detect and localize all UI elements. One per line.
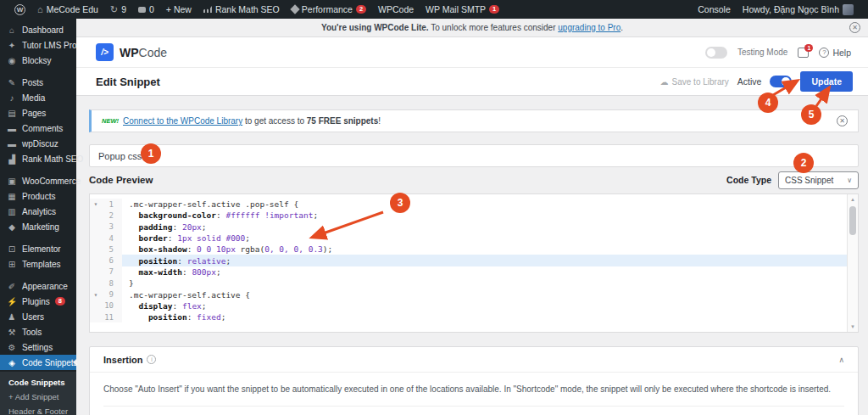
sidebar-item-label: Media bbox=[22, 93, 45, 103]
sidebar-item-marketing[interactable]: ◆Marketing bbox=[0, 219, 76, 234]
code-type-select[interactable]: CSS Snippet ∨ bbox=[778, 171, 859, 189]
update-button[interactable]: Update bbox=[800, 71, 853, 92]
sidebar-item-elementor[interactable]: ⊡Elementor bbox=[0, 241, 76, 256]
comments-indicator[interactable]: 0 bbox=[132, 0, 160, 19]
code-text: display: flex; bbox=[122, 300, 847, 311]
wordpress-menu[interactable]: W bbox=[8, 0, 31, 19]
sidebar-item-rank-math-seo[interactable]: ▟Rank Math SEO bbox=[0, 151, 76, 166]
code-line[interactable]: ▾1.mc-wrapper-self.active .pop-self { bbox=[90, 199, 847, 210]
code-line[interactable]: ▾9.mc-wrapper-self.active { bbox=[90, 289, 847, 300]
site-name-label: MeCode Edu bbox=[47, 4, 98, 14]
insertion-panel: Insertion i ∧ Choose "Auto Insert" if yo… bbox=[89, 346, 859, 415]
code-editor[interactable]: ▾1.mc-wrapper-self.active .pop-self {2 b… bbox=[89, 193, 859, 333]
code-text: .mc-wrapper-self.active { bbox=[122, 289, 847, 300]
sidebar-item-analytics[interactable]: ▥Analytics bbox=[0, 204, 76, 219]
sidebar-item-label: Blocksy bbox=[22, 56, 51, 65]
new-content-menu[interactable]: + New bbox=[160, 0, 198, 19]
sidebar-item-tools[interactable]: ⚒Tools bbox=[0, 324, 76, 339]
sidebar-item-templates[interactable]: ⊞Templates bbox=[0, 256, 76, 272]
console-menu[interactable]: Console bbox=[692, 0, 737, 19]
lite-notice-bold: You're using WPCode Lite. bbox=[321, 23, 429, 32]
code-line[interactable]: 3 padding: 20px; bbox=[90, 222, 847, 233]
performance-label: Performance bbox=[302, 4, 353, 14]
account-menu[interactable]: Howdy, Đặng Ngọc Bình bbox=[737, 0, 860, 19]
editor-gutter: ▾9 bbox=[90, 289, 122, 300]
sidebar-item-appearance[interactable]: ✐Appearance bbox=[0, 278, 76, 294]
testing-mode-toggle[interactable] bbox=[705, 47, 727, 59]
sidebar-item-pages[interactable]: ▤Pages bbox=[0, 105, 76, 121]
submenu-item--add-snippet[interactable]: + Add Snippet bbox=[0, 390, 76, 404]
wp-mail-smtp-menu[interactable]: WP Mail SMTP 1 bbox=[420, 0, 505, 19]
avatar bbox=[843, 4, 854, 15]
submenu-item-header-footer[interactable]: Header & Footer bbox=[0, 404, 76, 415]
scroll-up-icon[interactable]: ▲ bbox=[848, 194, 858, 205]
notifications-icon[interactable]: 1 bbox=[798, 48, 809, 58]
wp-admin-sidebar: ⌂Dashboard✦Tutor LMS Pro◉Blocksy✎Posts♪M… bbox=[0, 19, 76, 415]
code-line[interactable]: 8} bbox=[90, 278, 847, 289]
scrollbar-thumb[interactable] bbox=[849, 206, 856, 235]
fold-arrow-icon[interactable]: ▾ bbox=[90, 200, 102, 208]
updates-indicator[interactable]: ↻ 9 bbox=[104, 0, 132, 19]
help-button[interactable]: ? Help bbox=[819, 48, 851, 58]
scroll-down-icon[interactable]: ▼ bbox=[848, 322, 858, 332]
editor-gutter: 6 bbox=[90, 255, 122, 266]
cloud-icon: ☁ bbox=[660, 77, 669, 87]
upgrade-to-pro-link[interactable]: upgrading to Pro bbox=[558, 23, 620, 32]
code-line[interactable]: 2 background-color: #ffffff !important; bbox=[90, 210, 847, 221]
sidebar-item-label: Marketing bbox=[22, 222, 59, 232]
rank-math-menu[interactable]: Rank Math SEO bbox=[198, 0, 286, 19]
rank-math-icon bbox=[203, 6, 212, 13]
sidebar-item-posts[interactable]: ✎Posts bbox=[0, 75, 76, 90]
sidebar-item-settings[interactable]: ⚙Settings bbox=[0, 339, 76, 355]
new-label: + New bbox=[166, 4, 192, 14]
code-text: max-width: 800px; bbox=[122, 266, 847, 278]
sidebar-item-blocksy[interactable]: ◉Blocksy bbox=[0, 53, 76, 68]
sidebar-item-comments[interactable]: ▬Comments bbox=[0, 121, 76, 136]
blocksy-icon: ◉ bbox=[7, 56, 17, 65]
code-line[interactable]: 5 box-shadow: 0 0 10px rgba(0, 0, 0, 0.3… bbox=[90, 244, 847, 255]
editor-scrollbar[interactable]: ▲ ▼ bbox=[847, 194, 858, 332]
sidebar-item-woocommerce[interactable]: ▣WooCommerce bbox=[0, 173, 76, 188]
sidebar-item-media[interactable]: ♪Media bbox=[0, 90, 76, 105]
sidebar-item-dashboard[interactable]: ⌂Dashboard bbox=[0, 22, 76, 37]
sidebar-item-tutor-lms-pro[interactable]: ✦Tutor LMS Pro bbox=[0, 37, 76, 53]
performance-menu[interactable]: Performance 2 bbox=[286, 0, 372, 19]
code-line[interactable]: 7 max-width: 800px; bbox=[90, 266, 847, 278]
sidebar-item-code-snippets[interactable]: ◈Code Snippets bbox=[0, 355, 76, 370]
wpcode-menu[interactable]: WPCode bbox=[372, 0, 420, 19]
code-line[interactable]: 6 position: relative; bbox=[90, 255, 847, 266]
save-to-library-button[interactable]: ☁ Save to Library bbox=[660, 77, 729, 87]
collapse-chevron-icon[interactable]: ∧ bbox=[838, 356, 844, 364]
line-number: 9 bbox=[102, 290, 117, 299]
dismiss-library-notice-icon[interactable]: ✕ bbox=[837, 115, 848, 126]
marketing-icon: ◆ bbox=[7, 222, 17, 232]
line-number: 1 bbox=[102, 200, 117, 209]
library-notice-text: to get access to bbox=[242, 116, 307, 126]
code-text: position: fixed; bbox=[122, 311, 847, 322]
sidebar-item-plugins[interactable]: ⚡Plugins8 bbox=[0, 294, 76, 309]
editor-gutter: 3 bbox=[90, 222, 122, 233]
code-line[interactable]: 4 border: 1px solid #000; bbox=[90, 233, 847, 244]
sidebar-item-label: Templates bbox=[22, 260, 61, 269]
toggle-knob bbox=[782, 77, 790, 86]
code-line[interactable]: 10 display: flex; bbox=[90, 300, 847, 311]
insertion-header[interactable]: Insertion i ∧ bbox=[90, 347, 858, 373]
sidebar-item-wpdiscuz[interactable]: ▬wpDiscuz bbox=[0, 136, 76, 151]
site-name[interactable]: ⌂ MeCode Edu bbox=[31, 0, 104, 19]
code-type-value: CSS Snippet bbox=[785, 176, 833, 185]
active-toggle[interactable] bbox=[770, 76, 792, 87]
code-line[interactable]: 11 position: fixed; bbox=[90, 311, 847, 322]
wordpress-logo-icon: W bbox=[14, 4, 25, 15]
sidebar-item-label: Tools bbox=[22, 328, 42, 337]
fold-arrow-icon[interactable]: ▾ bbox=[90, 291, 102, 299]
submenu-item-code-snippets[interactable]: Code Snippets bbox=[0, 375, 76, 390]
wp-admin-bar: W ⌂ MeCode Edu ↻ 9 0 + New Rank Math SEO… bbox=[0, 0, 868, 19]
sidebar-item-label: Tutor LMS Pro bbox=[22, 41, 77, 50]
connect-library-link[interactable]: Connect to the WPCode Library bbox=[123, 116, 242, 126]
brand-wp: WP bbox=[120, 46, 139, 59]
snippet-title-input[interactable] bbox=[89, 144, 859, 167]
sidebar-item-products[interactable]: ▦Products bbox=[0, 188, 76, 204]
insertion-description: Choose "Auto Insert" if you want the sni… bbox=[90, 373, 858, 394]
dismiss-notice-icon[interactable]: ✕ bbox=[849, 22, 860, 33]
sidebar-item-users[interactable]: ♟Users bbox=[0, 309, 76, 324]
